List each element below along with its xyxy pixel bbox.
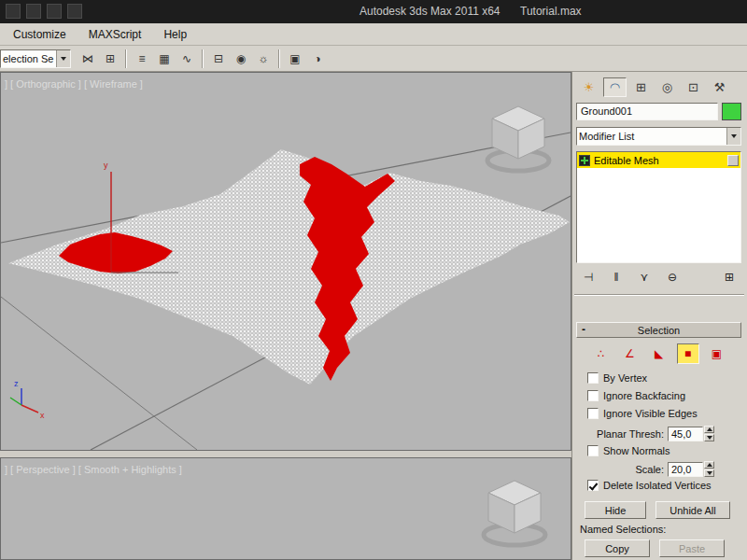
element-subobject-icon[interactable]: ▣ xyxy=(706,343,728,364)
spinner-down-icon[interactable] xyxy=(704,469,714,477)
named-selection-sets-dropdown[interactable]: election Se xyxy=(0,49,71,68)
main-toolbar: election Se ⋈ ⊞ ≡ ▦ ∿ ⊟ ◉ ☼ ▣ ◑ xyxy=(0,46,747,72)
svg-text:z: z xyxy=(14,379,19,388)
spinner-down-icon[interactable] xyxy=(704,434,714,441)
menu-customize[interactable]: Customize xyxy=(13,28,66,41)
viewport-orthographic[interactable]: y z x ] [ Orthographic ] [ Wireframe ] xyxy=(0,72,571,451)
modifier-list-dropdown[interactable]: Modifier List xyxy=(576,127,741,146)
planar-threshold-field[interactable]: 45,0 xyxy=(668,427,703,441)
render-production-icon[interactable]: ◑ xyxy=(307,49,328,69)
polygon-subobject-icon[interactable]: ■ xyxy=(677,343,699,364)
tab-modify-icon[interactable]: ◠ xyxy=(603,77,627,97)
planar-threshold-spinner[interactable] xyxy=(704,426,714,441)
mirror-icon[interactable]: ⋈ xyxy=(78,49,98,69)
spinner-up-icon[interactable] xyxy=(704,461,714,469)
ignore-backfacing-label: Ignore Backfacing xyxy=(603,390,685,401)
hide-buttons-row: Hide Unhide All xyxy=(585,501,730,519)
menu-bar: Customize MAXScript Help xyxy=(0,23,747,46)
ignore-backfacing-checkbox[interactable] xyxy=(587,390,599,401)
face-subobject-icon[interactable]: ◣ xyxy=(648,343,670,364)
unhide-all-button[interactable]: Unhide All xyxy=(655,501,730,519)
viewport-label-perspective[interactable]: ] [ Perspective ] [ Smooth + Highlights … xyxy=(5,464,182,475)
command-panel: ☀ ◠ ⊞ ◎ ⊡ ⚒ Ground001 Modifier List Edit… xyxy=(571,72,747,560)
editable-mesh-icon xyxy=(579,155,590,166)
svg-text:x: x xyxy=(40,411,45,420)
delete-isolated-vertices-label: Delete Isolated Vertices xyxy=(603,480,712,491)
viewcube[interactable] xyxy=(483,101,554,181)
save-icon[interactable] xyxy=(26,4,41,19)
svg-text:y: y xyxy=(104,161,108,170)
curve-editor-icon[interactable]: ∿ xyxy=(176,49,197,69)
workspace: y z x ] [ Orthographic ] [ Wireframe ] xyxy=(0,72,747,560)
panel-divider xyxy=(574,294,744,296)
vertex-subobject-icon[interactable]: ∴ xyxy=(590,343,613,364)
chevron-down-icon[interactable] xyxy=(56,50,70,67)
copy-button[interactable]: Copy xyxy=(585,539,650,557)
undo-icon[interactable] xyxy=(47,4,62,19)
edge-subobject-icon[interactable]: ∠ xyxy=(619,343,641,364)
paste-button: Paste xyxy=(659,539,725,557)
tab-motion-icon[interactable]: ◎ xyxy=(655,77,679,97)
show-normals-label: Show Normals xyxy=(603,445,670,456)
toolbar-separator xyxy=(202,49,204,68)
chevron-down-icon[interactable] xyxy=(726,128,740,145)
scale-label: Scale: xyxy=(589,464,664,475)
remove-modifier-icon[interactable]: ⊖ xyxy=(662,268,683,287)
stack-item-toggle-box[interactable] xyxy=(727,155,739,166)
align-icon[interactable]: ⊞ xyxy=(100,49,120,69)
toolbar-separator xyxy=(278,49,280,68)
copy-paste-row: Copy Paste xyxy=(585,539,725,557)
app-menu-icon[interactable] xyxy=(6,4,21,19)
axis-tripod: z x xyxy=(10,379,45,420)
by-vertex-checkbox[interactable] xyxy=(587,372,599,384)
stack-item-editable-mesh[interactable]: Editable Mesh xyxy=(577,152,740,168)
menu-maxscript[interactable]: MAXScript xyxy=(89,28,142,41)
rollout-title: Selection xyxy=(638,325,680,336)
pin-stack-icon[interactable]: ⊣ xyxy=(578,268,599,287)
subobject-level-icons: ∴ ∠ ◣ ■ ▣ xyxy=(576,343,741,364)
object-color-swatch[interactable] xyxy=(722,103,741,120)
rendered-frame-window-icon[interactable]: ▣ xyxy=(285,49,305,69)
rollout-collapse-icon[interactable]: - xyxy=(582,323,585,336)
show-normals-checkbox[interactable] xyxy=(587,445,599,456)
named-selections-label: Named Selections: xyxy=(580,524,666,535)
menu-help[interactable]: Help xyxy=(163,28,187,41)
render-setup-icon[interactable]: ☼ xyxy=(253,49,274,69)
delete-isolated-vertices-checkbox[interactable] xyxy=(587,480,599,491)
graphite-modeling-tools-icon[interactable]: ▦ xyxy=(154,49,175,69)
viewport-label-orthographic[interactable]: ] [ Orthographic ] [ Wireframe ] xyxy=(5,78,143,90)
quick-access-toolbar xyxy=(6,4,82,19)
make-unique-icon[interactable]: ⋎ xyxy=(634,268,655,287)
tab-display-icon[interactable]: ⊡ xyxy=(682,77,705,97)
modifier-stack-list[interactable]: Editable Mesh xyxy=(576,151,741,263)
scale-spinner[interactable] xyxy=(704,461,714,477)
layer-manager-icon[interactable]: ≡ xyxy=(132,49,152,69)
viewcube[interactable] xyxy=(479,475,550,555)
stack-item-label: Editable Mesh xyxy=(594,155,724,166)
ignore-visible-edges-checkbox[interactable] xyxy=(587,408,599,419)
tab-create-icon[interactable]: ☀ xyxy=(577,77,600,97)
ignore-visible-edges-row: Ignore Visible Edges xyxy=(587,408,698,419)
configure-modifier-sets-icon[interactable]: ⊞ xyxy=(719,268,740,287)
ignore-backfacing-row: Ignore Backfacing xyxy=(587,390,685,401)
show-end-result-icon[interactable]: ‖ xyxy=(606,268,627,287)
object-name-field[interactable]: Ground001 xyxy=(576,103,718,120)
tab-hierarchy-icon[interactable]: ⊞ xyxy=(629,77,653,97)
schematic-view-icon[interactable]: ⊟ xyxy=(208,49,229,69)
viewport-perspective[interactable]: ] [ Perspective ] [ Smooth + Highlights … xyxy=(0,457,571,560)
viewport-splitter[interactable] xyxy=(0,451,571,457)
tab-utilities-icon[interactable]: ⚒ xyxy=(708,77,731,97)
app-title: Autodesk 3ds Max 2011 x64 xyxy=(359,5,500,18)
material-editor-icon[interactable]: ◉ xyxy=(231,49,251,69)
spinner-up-icon[interactable] xyxy=(704,426,714,433)
hide-button[interactable]: Hide xyxy=(585,501,646,519)
document-title: Tutorial.max xyxy=(520,5,582,18)
planar-threshold-label: Planar Thresh: xyxy=(589,428,664,440)
app-window: Autodesk 3ds Max 2011 x64 Tutorial.max C… xyxy=(0,0,747,560)
selection-rollout-header[interactable]: - Selection xyxy=(576,322,741,338)
scale-row: Scale: 20,0 xyxy=(589,461,714,477)
redo-icon[interactable] xyxy=(67,4,82,19)
named-selection-sets-value: election Se xyxy=(1,53,56,64)
planar-threshold-row: Planar Thresh: 45,0 xyxy=(589,426,714,441)
scale-field[interactable]: 20,0 xyxy=(668,462,703,477)
